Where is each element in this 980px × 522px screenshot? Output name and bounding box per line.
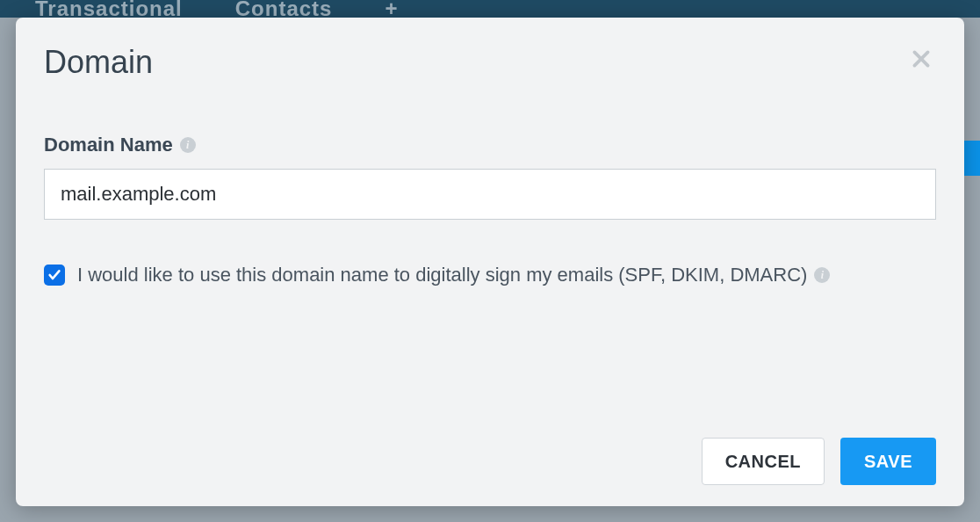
cancel-button[interactable]: CANCEL (702, 438, 825, 485)
modal-title: Domain (44, 44, 153, 81)
bg-nav-item: + (385, 0, 398, 18)
sign-emails-checkbox-label: I would like to use this domain name to … (77, 264, 830, 286)
checkbox-label-text: I would like to use this domain name to … (77, 264, 807, 286)
check-icon (47, 268, 61, 282)
info-icon[interactable]: i (180, 137, 196, 153)
sign-emails-checkbox[interactable] (44, 265, 65, 286)
close-icon (910, 47, 933, 70)
field-label-row: Domain Name i (44, 134, 936, 156)
modal-header: Domain (44, 44, 936, 81)
domain-modal: Domain Domain Name i I would like to use… (16, 18, 964, 506)
sign-emails-checkbox-row: I would like to use this domain name to … (44, 264, 936, 286)
save-button[interactable]: SAVE (840, 438, 936, 485)
modal-footer: CANCEL SAVE (44, 438, 936, 485)
background-topbar: Transactional Contacts + (0, 0, 980, 18)
bg-nav-item: Contacts (235, 0, 333, 18)
bg-nav-item: Transactional (35, 0, 183, 18)
spacer (44, 286, 936, 438)
background-nav: Transactional Contacts + (35, 0, 398, 18)
domain-name-input[interactable] (44, 169, 936, 220)
domain-name-label: Domain Name (44, 134, 173, 156)
info-icon[interactable]: i (814, 267, 830, 283)
close-button[interactable] (906, 44, 936, 74)
